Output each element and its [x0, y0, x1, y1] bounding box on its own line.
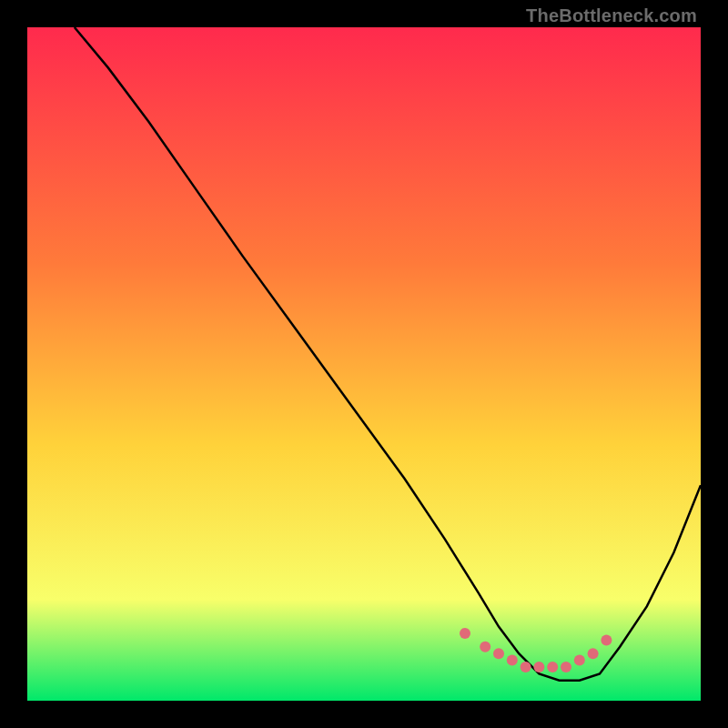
marker-dot: [574, 655, 585, 666]
marker-dot: [493, 648, 504, 659]
gradient-background: [27, 27, 701, 701]
marker-dot: [601, 634, 612, 645]
marker-dot: [561, 662, 571, 672]
marker-dot: [547, 662, 558, 672]
marker-dot: [460, 628, 470, 639]
bottleneck-chart: [27, 27, 701, 701]
marker-dot: [588, 648, 599, 659]
marker-dot: [521, 662, 531, 672]
watermark-text: TheBottleneck.com: [526, 5, 697, 26]
marker-dot: [533, 662, 544, 672]
marker-dot: [480, 642, 490, 652]
marker-dot: [507, 655, 518, 666]
plot-area: [27, 27, 701, 701]
chart-frame: [27, 27, 701, 701]
